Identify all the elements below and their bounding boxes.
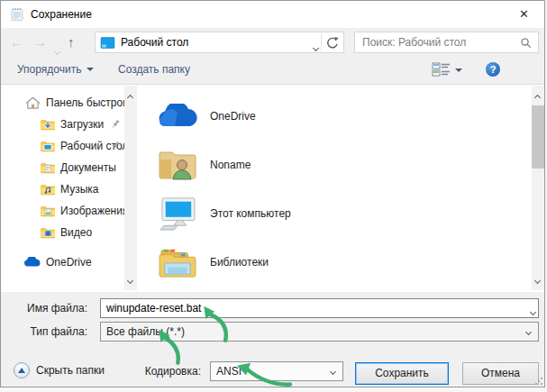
views-caret-icon[interactable] [455,68,462,72]
list-item-noname[interactable]: Noname [156,144,251,186]
filetype-select[interactable]: Все файлы (*.*) [100,322,539,342]
pin-icon [110,141,121,151]
views-icon[interactable] [432,61,451,77]
downloads-folder-icon [41,119,55,131]
notepad-icon [10,7,24,22]
desktop-folder-icon [41,141,55,152]
scroll-down-icon[interactable] [535,273,540,286]
organize-caret-icon [87,68,94,71]
address-dropdown-icon[interactable] [314,41,318,53]
window-title: Сохранение [31,8,92,21]
encoding-dropdown-icon [330,369,336,375]
filename-label: Имя файла: [1,298,95,318]
libraries-icon [156,246,199,278]
help-icon[interactable]: ? [486,62,500,77]
file-list-scrollbar[interactable] [532,86,545,290]
list-item-libraries[interactable]: Библиотеки [156,242,269,283]
scroll-up-icon[interactable] [128,90,132,103]
desktop-location-icon [100,37,115,49]
pictures-folder-icon [41,205,55,217]
sidebar-item-videos[interactable]: Видео [1,222,124,243]
search-icon[interactable] [520,37,532,49]
filename-dropdown-icon[interactable] [531,305,535,317]
recent-locations-chevron-icon[interactable] [55,41,59,59]
cancel-button[interactable]: Отмена [462,362,539,385]
encoding-label: Кодировка: [107,361,208,381]
sidebar-item-pictures[interactable]: Изображения [1,200,124,222]
search-placeholder: Поиск: Рабочий стол [362,36,466,49]
onedrive-icon [23,257,41,268]
pin-icon [110,119,121,130]
filename-input[interactable] [100,298,539,318]
address-location: Рабочий стол [121,36,188,49]
scroll-down-icon[interactable] [128,273,132,286]
documents-folder-icon [41,162,55,174]
navigation-row: ← → ↑ Рабочий стол Поиск: Рабочий стол [1,28,544,57]
up-icon[interactable]: ↑ [68,33,75,51]
sidebar-item-desktop[interactable]: Рабочий стол [1,135,124,157]
user-folder-icon [156,149,199,181]
back-icon[interactable]: ← [10,33,23,51]
list-item-this-pc[interactable]: Этот компьютер [156,193,291,234]
encoding-select[interactable]: ANSI [210,361,343,381]
command-toolbar: Упорядочить Создать папку ? [1,57,544,85]
scrollbar-thumb[interactable] [532,105,545,169]
organize-button[interactable]: Упорядочить [17,63,94,76]
sidebar-scrollbar[interactable] [124,86,137,290]
collapse-up-icon [14,362,30,378]
file-list: OneDrive Noname [145,85,526,292]
video-folder-icon [41,227,55,239]
list-item-onedrive[interactable]: OneDrive [156,96,256,137]
hide-folders-button[interactable]: Скрыть папки [14,362,105,378]
sidebar-item-onedrive[interactable]: OneDrive [1,251,124,273]
save-button[interactable]: Сохранить [355,362,449,385]
footer-panel: Имя файла: Тип файла: Все файлы (*.*) Ск… [1,292,544,387]
sidebar-item-downloads[interactable]: Загрузки [1,114,124,135]
title-bar: Сохранение ✕ [1,1,544,28]
navigation-pane: Панель быстрого Загрузки [1,85,124,292]
close-button[interactable]: ✕ [504,1,544,28]
content-area: Панель быстрого Загрузки [1,85,544,292]
search-box[interactable]: Поиск: Рабочий стол [354,32,539,53]
sidebar-item-music[interactable]: Музыка [1,178,124,200]
sidebar-item-documents[interactable]: Документы [1,157,124,178]
onedrive-icon [156,104,199,129]
music-folder-icon [41,184,55,196]
new-folder-button[interactable]: Создать папку [118,63,190,76]
refresh-icon[interactable] [325,36,340,50]
resize-grip[interactable] [534,377,542,385]
computer-icon [156,196,199,231]
sidebar-item-quick-access[interactable]: Панель быстрого [1,92,124,114]
save-dialog: Сохранение ✕ ← → ↑ Рабочий стол Поиск: Р… [0,0,545,387]
filetype-label: Тип файла: [1,322,95,342]
forward-icon[interactable]: → [33,33,47,51]
filetype-dropdown-icon [525,329,532,335]
scroll-up-icon[interactable] [535,90,540,103]
address-bar[interactable]: Рабочий стол [95,32,344,53]
home-icon [25,96,41,110]
